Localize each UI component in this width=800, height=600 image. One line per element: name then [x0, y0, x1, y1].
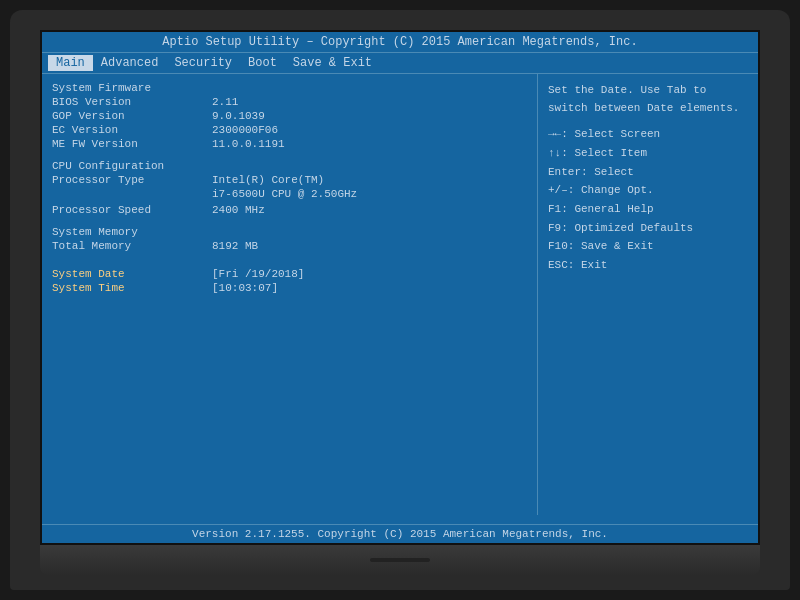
bios-value: 2.11 — [212, 96, 238, 108]
content-area: System Firmware BIOS Version 2.11 GOP Ve… — [42, 74, 758, 515]
system-memory-label: System Memory — [52, 226, 212, 238]
firmware-row: System Firmware — [52, 82, 527, 94]
key-select-item: ↑↓: Select Item — [548, 144, 748, 163]
bios-row: BIOS Version 2.11 — [52, 96, 527, 108]
right-panel: Set the Date. Use Tab to switch between … — [538, 74, 758, 515]
help-text: Set the Date. Use Tab to switch between … — [548, 82, 748, 117]
menu-advanced[interactable]: Advanced — [93, 55, 167, 71]
system-time-label: System Time — [52, 282, 212, 294]
me-row: ME FW Version 11.0.0.1191 — [52, 138, 527, 150]
cpu-group: CPU Configuration Processor Type Intel(R… — [52, 160, 527, 216]
firmware-label: System Firmware — [52, 82, 212, 94]
menu-bar: Main Advanced Security Boot Save & Exit — [42, 53, 758, 74]
key-f9: F9: Optimized Defaults — [548, 219, 748, 238]
ec-label: EC Version — [52, 124, 212, 136]
laptop-frame: Aptio Setup Utility – Copyright (C) 2015… — [10, 10, 790, 590]
menu-main[interactable]: Main — [48, 55, 93, 71]
memory-group: System Memory Total Memory 8192 MB — [52, 226, 527, 252]
footer-bar: Version 2.17.1255. Copyright (C) 2015 Am… — [42, 524, 758, 543]
total-memory-label: Total Memory — [52, 240, 212, 252]
datetime-group: System Date [Fri /19/2018] System Time [… — [52, 268, 527, 294]
total-memory-value: 8192 MB — [212, 240, 258, 252]
processor-type-spacer — [52, 188, 212, 200]
gop-value: 9.0.1039 — [212, 110, 265, 122]
cpu-config-row: CPU Configuration — [52, 160, 527, 172]
me-label: ME FW Version — [52, 138, 212, 150]
system-time-value[interactable]: [10:03:07] — [212, 282, 278, 294]
processor-speed-label: Processor Speed — [52, 204, 212, 216]
processor-speed-row: Processor Speed 2400 MHz — [52, 204, 527, 216]
system-time-row: System Time [10:03:07] — [52, 282, 527, 294]
processor-speed-value: 2400 MHz — [212, 204, 265, 216]
title-bar: Aptio Setup Utility – Copyright (C) 2015… — [42, 32, 758, 53]
processor-type-row: Processor Type Intel(R) Core(TM) — [52, 174, 527, 186]
screen: Aptio Setup Utility – Copyright (C) 2015… — [40, 30, 760, 545]
bios-label: BIOS Version — [52, 96, 212, 108]
system-date-row: System Date [Fri /19/2018] — [52, 268, 527, 280]
key-f10: F10: Save & Exit — [548, 237, 748, 256]
trackpad-notch — [370, 558, 430, 562]
processor-type-value: Intel(R) Core(TM) — [212, 174, 324, 186]
key-help: →←: Select Screen ↑↓: Select Item Enter:… — [548, 125, 748, 275]
system-memory-row: System Memory — [52, 226, 527, 238]
title-text: Aptio Setup Utility – Copyright (C) 2015… — [162, 35, 637, 49]
processor-type-label: Processor Type — [52, 174, 212, 186]
firmware-group: System Firmware BIOS Version 2.11 GOP Ve… — [52, 82, 527, 150]
gop-row: GOP Version 9.0.1039 — [52, 110, 527, 122]
footer-text: Version 2.17.1255. Copyright (C) 2015 Am… — [192, 528, 608, 540]
gop-label: GOP Version — [52, 110, 212, 122]
ec-value: 2300000F06 — [212, 124, 278, 136]
ec-row: EC Version 2300000F06 — [52, 124, 527, 136]
laptop-base — [40, 545, 760, 575]
key-f1: F1: General Help — [548, 200, 748, 219]
bios-screen: Aptio Setup Utility – Copyright (C) 2015… — [42, 32, 758, 543]
key-enter: Enter: Select — [548, 163, 748, 182]
key-select-screen: →←: Select Screen — [548, 125, 748, 144]
menu-security[interactable]: Security — [166, 55, 240, 71]
key-change-opt: +/–: Change Opt. — [548, 181, 748, 200]
processor-type-value2: i7-6500U CPU @ 2.50GHz — [212, 188, 357, 200]
menu-save-exit[interactable]: Save & Exit — [285, 55, 380, 71]
cpu-config-label: CPU Configuration — [52, 160, 212, 172]
total-memory-row: Total Memory 8192 MB — [52, 240, 527, 252]
me-value: 11.0.0.1191 — [212, 138, 285, 150]
left-panel: System Firmware BIOS Version 2.11 GOP Ve… — [42, 74, 538, 515]
system-date-label: System Date — [52, 268, 212, 280]
menu-boot[interactable]: Boot — [240, 55, 285, 71]
key-esc: ESC: Exit — [548, 256, 748, 275]
processor-type-row2: i7-6500U CPU @ 2.50GHz — [52, 188, 527, 200]
system-date-value[interactable]: [Fri /19/2018] — [212, 268, 304, 280]
